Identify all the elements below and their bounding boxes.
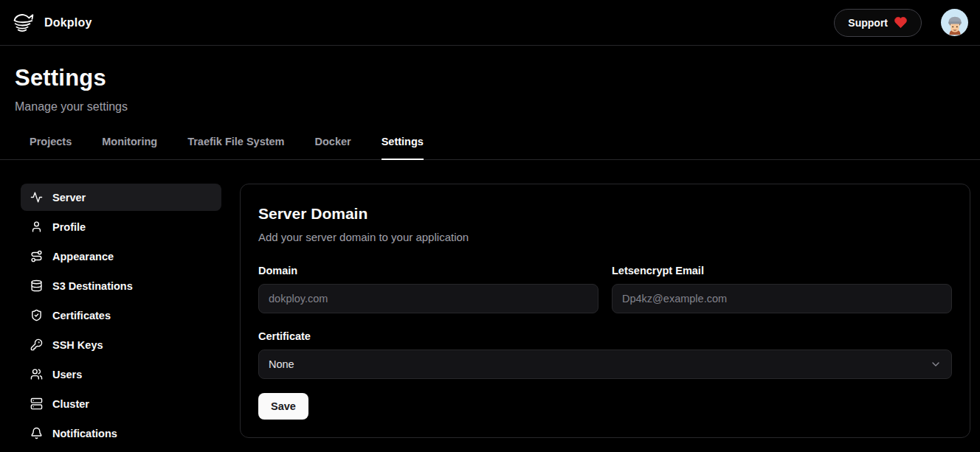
top-bar: Dokploy Support <box>0 0 980 46</box>
domain-input[interactable] <box>258 284 598 313</box>
activity-icon <box>30 191 43 204</box>
server-domain-card: Server Domain Add your server domain to … <box>240 184 970 438</box>
letsencrypt-email-input[interactable] <box>612 284 952 313</box>
sidebar-item-users[interactable]: Users <box>21 361 221 388</box>
support-button[interactable]: Support <box>834 9 922 37</box>
avatar-face-image <box>944 14 966 36</box>
letsencrypt-email-field-group: Letsencrypt Email <box>612 265 952 313</box>
sidebar-item-cluster[interactable]: Cluster <box>21 390 221 417</box>
sidebar-item-server[interactable]: Server <box>21 184 221 211</box>
domain-label: Domain <box>258 265 598 277</box>
sidebar-item-label: Certificates <box>52 310 111 321</box>
users-icon <box>30 368 43 380</box>
card-description: Add your server domain to your applicati… <box>258 231 952 243</box>
shield-check-icon <box>30 309 43 321</box>
domain-field-group: Domain <box>258 265 598 313</box>
server-rack-icon <box>30 397 43 410</box>
database-icon <box>30 279 43 292</box>
user-icon <box>30 220 43 233</box>
letsencrypt-email-label: Letsencrypt Email <box>612 265 952 277</box>
brand-link[interactable]: Dokploy <box>10 10 92 36</box>
heart-icon <box>894 15 908 29</box>
sidebar-item-label: Users <box>52 369 82 380</box>
dokploy-logo-icon <box>10 10 37 36</box>
support-button-label: Support <box>848 17 888 29</box>
sidebar-item-label: SSH Keys <box>52 339 103 351</box>
key-icon <box>30 338 43 351</box>
card-title: Server Domain <box>258 205 952 223</box>
user-avatar[interactable] <box>941 9 968 36</box>
brand-name: Dokploy <box>44 16 92 29</box>
page-subtitle: Manage your settings <box>15 100 965 114</box>
sidebar-item-label: Notifications <box>52 428 117 439</box>
sidebar-item-ssh-keys[interactable]: SSH Keys <box>21 331 221 358</box>
sidebar-item-label: Server <box>52 192 86 204</box>
tab-traefik-file-system[interactable]: Traefik File System <box>187 131 284 160</box>
sidebar-item-appearance[interactable]: Appearance <box>21 243 221 270</box>
certificate-field-group: Certificate None <box>258 330 952 379</box>
main-tabs: Projects Monitoring Traefik File System … <box>0 131 980 160</box>
save-button[interactable]: Save <box>258 393 308 420</box>
certificate-selected-value: None <box>269 358 294 370</box>
sidebar-item-label: Profile <box>52 221 86 233</box>
sidebar-item-profile[interactable]: Profile <box>21 213 221 240</box>
sidebar-item-notifications[interactable]: Notifications <box>21 420 221 447</box>
sidebar-item-s3-destinations[interactable]: S3 Destinations <box>21 272 221 299</box>
tab-settings[interactable]: Settings <box>382 131 424 160</box>
sidebar-item-certificates[interactable]: Certificates <box>21 302 221 329</box>
certificate-label: Certificate <box>258 330 952 342</box>
route-icon <box>30 250 43 262</box>
page-title: Settings <box>15 65 965 91</box>
certificate-select[interactable]: None <box>258 350 952 379</box>
tab-projects[interactable]: Projects <box>30 131 72 160</box>
tab-docker[interactable]: Docker <box>315 131 351 160</box>
sidebar-item-label: Appearance <box>52 251 114 262</box>
tab-monitoring[interactable]: Monitoring <box>102 131 157 160</box>
sidebar-item-label: Cluster <box>52 398 89 410</box>
settings-sidebar: Server Profile Appearance S3 Destination… <box>21 184 221 449</box>
sidebar-item-label: S3 Destinations <box>52 280 133 292</box>
chevron-down-icon <box>930 358 942 370</box>
bell-icon <box>30 427 43 439</box>
